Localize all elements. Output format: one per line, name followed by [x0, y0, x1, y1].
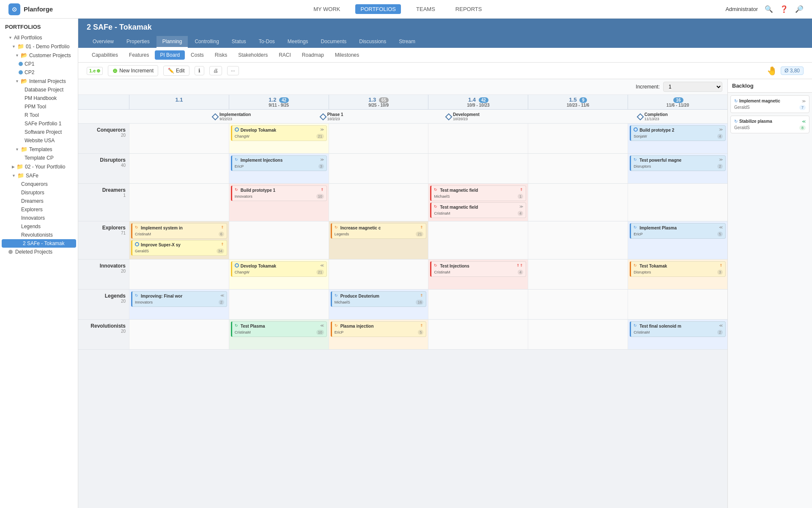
sprint-cell	[229, 221, 329, 259]
sprint-cols: 1.1 1.2 42 9/11 - 9/25 1.3 65 9/25 - 10/…	[129, 95, 727, 109]
tab-properties[interactable]: Properties	[121, 36, 156, 48]
card-title: Implement Plasma	[639, 225, 677, 231]
sidebar-item-r-tool[interactable]: R Tool	[0, 111, 78, 119]
board-card[interactable]: ↻ Implement system in ⇑ CristinaM 6	[131, 223, 227, 239]
tab-controlling[interactable]: Controlling	[189, 36, 225, 48]
sidebar-item-internal-projects[interactable]: ▼ 📂 Internal Projects	[0, 77, 78, 86]
milestone-cols: Implementation 9/22/23 Phase 1 10/2/23	[129, 110, 727, 123]
sidebar-item-innovators[interactable]: Innovators	[0, 214, 78, 222]
milestone-date: 9/22/23	[219, 117, 251, 121]
sidebar-item-dreamers[interactable]: Dreamers	[0, 197, 78, 205]
board-card[interactable]: ↻ Test powerful magne ≫ Disruptors 2	[630, 155, 726, 171]
board-card[interactable]: ↻ Test final solenoid m ≪ CristinaM 2	[630, 321, 726, 337]
expand-icon: ▼	[8, 36, 12, 40]
tab-stream[interactable]: Stream	[393, 36, 421, 48]
board-card[interactable]: ↻ Test Tokamak ⇑ Disruptors 3	[630, 261, 726, 277]
sidebar-item-conquerors[interactable]: Conquerors	[0, 180, 78, 188]
help-icon[interactable]: ❓	[780, 5, 788, 13]
card-num: 34	[217, 248, 224, 254]
nav-user[interactable]: Administrator	[725, 6, 758, 12]
sub-tab-roadmap[interactable]: Roadmap	[297, 50, 329, 60]
sprint-badge: 42	[279, 97, 289, 103]
sidebar-item-your-portfolio[interactable]: ▶ 📁 02 - Your Portfolio	[0, 162, 78, 171]
nav-portfolios[interactable]: PORTFOLIOS	[355, 4, 401, 14]
sidebar-item-software-project[interactable]: Software Project	[0, 128, 78, 136]
sync-icon: ↻	[434, 188, 437, 192]
nav-my-work[interactable]: MY WORK	[308, 4, 345, 14]
app-name: Planforge	[24, 6, 53, 13]
nav-teams[interactable]: TEAMS	[411, 4, 440, 14]
sub-tab-milestones[interactable]: Milestones	[330, 50, 364, 60]
avg-badge: Ø 3,80	[781, 66, 804, 75]
tab-discussions[interactable]: Discussions	[353, 36, 392, 48]
board-card[interactable]: ↻ Implement Injections ≫ EricP 3	[231, 155, 327, 171]
sidebar-item-legends[interactable]: Legends	[0, 222, 78, 231]
sidebar-item-ppm-tool[interactable]: PPM Tool	[0, 102, 78, 111]
logo[interactable]: ⊙ Planforge	[8, 3, 53, 15]
sidebar-item-safe[interactable]: ▼ 📁 SAFe	[0, 171, 78, 180]
sidebar-item-all-portfolios[interactable]: ▼ All Portfolios	[0, 33, 78, 42]
info-button[interactable]: ℹ	[195, 66, 204, 75]
tab-todos[interactable]: To-Dos	[253, 36, 281, 48]
sub-tab-pi-board[interactable]: PI Board	[155, 50, 185, 60]
sidebar-item-demo-portfolio[interactable]: ▼ 📁 01 - Demo Portfolio	[0, 42, 78, 51]
board-card[interactable]: ↻ Improving: Final wor ≪ Innovators 2	[131, 291, 227, 307]
sidebar-item-explorers[interactable]: Explorers	[0, 205, 78, 214]
sidebar-item-database-project[interactable]: Database Project	[0, 86, 78, 94]
card-num: 21	[316, 270, 324, 275]
board-card[interactable]: ↻ Produce Deuterium ⇑ MichaelS 16	[331, 291, 427, 307]
board-card[interactable]: Improve Super-X sy ⇑ GeraldS 34	[131, 240, 227, 256]
board-card[interactable]: ↻ Increase magnetic c ⇑ Legends 21	[331, 223, 427, 239]
board-card[interactable]: Develop Tokamak ≪ ChangW 21	[231, 261, 327, 277]
board-card[interactable]: ↻ Test Plasma ≪ CristinaM 10	[231, 321, 327, 337]
board-card[interactable]: Build prototype 2 ≫ SonjaW 4	[630, 125, 726, 141]
sidebar-item-label: CP1	[25, 61, 34, 67]
sidebar-item-customer-projects[interactable]: ▼ 📂 Customer Projects	[0, 51, 78, 60]
milestone-completion: Completion 11/13/23	[638, 112, 668, 121]
edit-button[interactable]: ✏️ Edit	[163, 66, 189, 76]
sidebar-item-templates[interactable]: ▼ 📁 Templates	[0, 145, 78, 154]
sub-tab-risks[interactable]: Risks	[210, 50, 232, 60]
board-card[interactable]: ↻ Plasma injection ⇑ EricP 5	[331, 321, 427, 337]
sidebar-item-website-usa[interactable]: Website USA	[0, 136, 78, 145]
sub-tab-costs[interactable]: Costs	[186, 50, 209, 60]
sidebar-item-pm-handbook[interactable]: PM Handbook	[0, 94, 78, 102]
sidebar-item-cp1[interactable]: CP1	[0, 60, 78, 68]
print-button[interactable]: 🖨	[209, 66, 222, 75]
tab-status[interactable]: Status	[226, 36, 252, 48]
sidebar-item-revolutionists[interactable]: Revolutionists	[0, 231, 78, 239]
increment-select[interactable]: 1	[663, 82, 722, 92]
sub-tab-stakeholders[interactable]: Stakeholders	[233, 50, 273, 60]
sidebar-item-label: Website USA	[25, 138, 55, 144]
nav-right: Administrator 🔍 ❓ 🔎	[725, 5, 804, 13]
search-icon[interactable]: 🔍	[765, 5, 773, 13]
sidebar-item-disruptors[interactable]: Disruptors	[0, 188, 78, 197]
board-card[interactable]: Develop Tokamak ≫ ChangW 21	[231, 125, 327, 141]
board-card[interactable]: ↻ Test Injections ⇑⇑ CristinaM 4	[430, 261, 526, 277]
board-card[interactable]: ↻ Test magnetic field ≫ CristinaM 4	[430, 202, 526, 218]
sidebar-item-template-cp[interactable]: Template CP	[0, 154, 78, 162]
tab-documents[interactable]: Documents	[315, 36, 353, 48]
nav-reports[interactable]: REPORTS	[450, 4, 487, 14]
sidebar-item-deleted-projects[interactable]: Deleted Projects	[0, 248, 78, 256]
sub-tab-raci[interactable]: RACI	[274, 50, 296, 60]
settings-icon[interactable]: 🔎	[795, 5, 804, 13]
sub-tab-capabilities[interactable]: Capabilities	[87, 50, 123, 60]
backlog-card[interactable]: ↻ Implement magnetic ≫ GeraldS 7	[730, 95, 809, 113]
sidebar-item-safe-portfolio-1[interactable]: SAFe Portfolio 1	[0, 119, 78, 128]
tab-meetings[interactable]: Meetings	[282, 36, 314, 48]
board-card[interactable]: ↻ Implement Plasma ≪ EricP 5	[630, 223, 726, 239]
more-button[interactable]: ···	[227, 66, 239, 75]
new-increment-button[interactable]: ⊕ New Increment	[108, 65, 158, 76]
sidebar-item-2-safe-tokamak[interactable]: 2 SAFe - Tokamak	[2, 239, 76, 248]
board-card[interactable]: ↻ Test magnetic field ⇑ MichaelS 1	[430, 185, 526, 201]
tab-planning[interactable]: Planning	[156, 36, 188, 48]
backlog-card[interactable]: ↻ Stabilize plasma ≪ GeraldS 8	[730, 116, 809, 133]
tab-overview[interactable]: Overview	[87, 36, 120, 48]
board-card[interactable]: ↻ Build prototype 1 ⇑ Innovators 10	[231, 185, 327, 201]
sub-tab-features[interactable]: Features	[124, 50, 154, 60]
item-dot-icon	[19, 70, 23, 75]
card-num: 5	[418, 330, 423, 335]
card-title: Improving: Final wor	[141, 293, 182, 299]
sidebar-item-cp2[interactable]: CP2	[0, 68, 78, 77]
